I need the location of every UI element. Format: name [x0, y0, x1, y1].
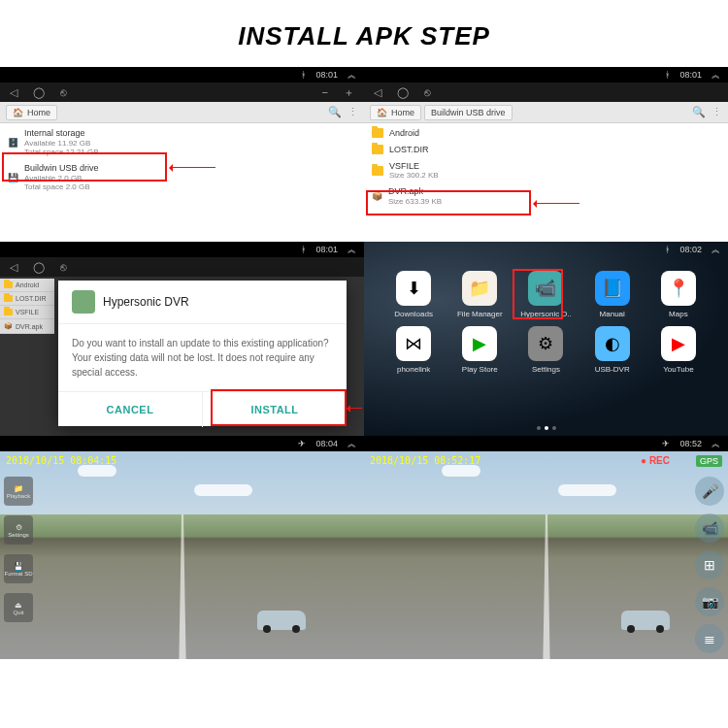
app-label: Hypersonic D.. — [520, 310, 571, 318]
panel-5-dvr-menu: ✈08:04︽ 2018/10/15 08:04:15 📁Playback ⚙S… — [0, 436, 364, 659]
app-icon — [72, 290, 95, 314]
time-text: 08:01 — [315, 70, 338, 80]
status-bar: ᚼ 08:01 ︽ — [0, 67, 364, 83]
nav-bar: ◁◯⎋ — [0, 257, 364, 277]
back-icon[interactable]: ◁ — [10, 261, 17, 274]
app-icon: 📁 — [462, 271, 497, 306]
chevron-up-icon: ︽ — [347, 69, 356, 82]
app-settings[interactable]: ⚙Settings — [515, 326, 576, 374]
crumb-home[interactable]: 🏠 Home — [370, 105, 421, 120]
install-dialog: Hypersonic DVR Do you want to install an… — [58, 281, 347, 426]
folder-icon — [372, 128, 383, 138]
bluetooth-icon: ᚼ — [665, 70, 670, 80]
search-icon[interactable]: 🔍 — [692, 106, 706, 118]
playback-button[interactable]: 📁Playback — [4, 477, 33, 506]
recent-icon[interactable]: ⎋ — [60, 86, 67, 98]
settings-button[interactable]: ⚙Settings — [4, 515, 33, 545]
photo-button[interactable]: 📷 — [695, 587, 724, 616]
app-label: Downloads — [394, 310, 433, 318]
back-icon[interactable]: ◁ — [374, 86, 381, 99]
storage-icon: 🗄️ — [8, 138, 18, 148]
quit-button[interactable]: ⏏Quit — [4, 593, 33, 622]
app-label: Maps — [669, 310, 688, 318]
app-file-manager[interactable]: 📁File Manager — [449, 271, 510, 318]
folder-icon — [372, 166, 383, 176]
list-button[interactable]: ≣ — [695, 624, 724, 653]
timestamp: 2018/10/15 08:04:15 — [6, 455, 116, 466]
home-icon[interactable]: ◯ — [397, 86, 409, 99]
app-downloads[interactable]: ⬇Downloads — [383, 271, 444, 318]
app-label: USB-DVR — [595, 365, 630, 374]
app-icon: ⋈ — [396, 326, 431, 361]
nav-bar: ◁ ◯ ⎋ − ＋ — [0, 83, 364, 102]
app-icon: ⬇ — [396, 271, 431, 306]
row-internal-storage[interactable]: 🗄️ Internal storageAvailable 11.92 GBTot… — [0, 125, 364, 160]
app-youtube[interactable]: ▶YouTube — [648, 326, 709, 374]
page-title: INSTALL APK STEP — [0, 0, 728, 67]
home-icon[interactable]: ◯ — [33, 86, 45, 99]
status-bar: ᚼ 08:01︽ — [364, 67, 728, 83]
app-usb-dvr[interactable]: ◐USB-DVR — [582, 326, 643, 374]
vol-up-icon[interactable]: ＋ — [344, 85, 354, 100]
dvr-side-menu: 📁Playback ⚙Settings 💾Format SD ⏏Quit — [4, 477, 33, 622]
recent-icon[interactable]: ⎋ — [424, 86, 431, 98]
crumb-home[interactable]: 🏠 Home — [6, 105, 57, 120]
status-bar: ✈08:04︽ — [0, 436, 364, 451]
bluetooth-icon: ᚼ — [301, 70, 306, 80]
timestamp: 2018/10/15 08:52:17 — [370, 455, 480, 466]
rec-indicator: ● REC — [641, 455, 670, 466]
app-label: File Manager — [457, 310, 503, 318]
app-phonelink[interactable]: ⋈phonelink — [383, 326, 444, 374]
app-label: phonelink — [397, 365, 430, 374]
install-button[interactable]: INSTALL — [203, 392, 347, 427]
back-icon[interactable]: ◁ — [10, 86, 17, 99]
folder-icon — [372, 145, 383, 154]
status-bar: ✈08:52︽ — [364, 436, 728, 451]
grid-button[interactable]: ⊞ — [695, 550, 724, 579]
mic-button[interactable]: 🎤 — [695, 477, 724, 506]
apk-icon: 📦 — [372, 191, 382, 201]
panel-6-dvr-recording: ✈08:52︽ 2018/10/15 08:52:17 GPS ● REC 🎤 … — [364, 436, 728, 659]
app-icon: 📘 — [595, 271, 630, 306]
cancel-button[interactable]: CANCEL — [58, 392, 202, 427]
breadcrumb: 🏠 Home Buildwin USB drive 🔍⋮ — [364, 102, 728, 123]
row-dvr-apk[interactable]: 📦DVR.apkSize 633.39 KB — [364, 183, 728, 209]
menu-icon[interactable]: ⋮ — [347, 106, 358, 118]
app-manual[interactable]: 📘Manual — [582, 271, 643, 318]
arrow — [171, 167, 215, 168]
page-indicator — [537, 426, 556, 430]
app-label: Play Store — [462, 365, 498, 374]
dialog-title: Hypersonic DVR — [103, 295, 189, 309]
nav-bar: ◁ ◯ ⎋ — [364, 83, 728, 102]
screenshot-grid: ᚼ 08:01 ︽ ◁ ◯ ⎋ − ＋ 🏠 Home 🔍⋮ 🗄️ Interna… — [0, 67, 728, 659]
row-lostdir[interactable]: LOST.DIR — [364, 142, 728, 158]
app-icon: ⚙ — [528, 326, 563, 361]
row-android[interactable]: Android — [364, 125, 728, 142]
app-label: Manual — [600, 310, 625, 318]
app-play-store[interactable]: ▶Play Store — [449, 326, 510, 374]
panel-3-install-dialog: ᚼ08:01︽ ◁◯⎋ Android LOST.DIR VSFILE 📦DVR… — [0, 242, 364, 436]
menu-icon[interactable]: ⋮ — [711, 106, 722, 118]
panel-2-file-usb: ᚼ 08:01︽ ◁ ◯ ⎋ 🏠 Home Buildwin USB drive… — [364, 67, 728, 242]
app-hypersonic-d-[interactable]: 📹Hypersonic D.. — [515, 271, 576, 318]
chevron-up-icon: ︽ — [711, 69, 720, 82]
row-vsfile[interactable]: VSFILESize 300.2 KB — [364, 158, 728, 183]
search-icon[interactable]: 🔍 — [328, 106, 342, 118]
format-button[interactable]: 💾Format SD — [4, 554, 33, 583]
record-button[interactable]: 📹 — [695, 513, 724, 543]
vol-down-icon[interactable]: − — [322, 86, 328, 98]
app-label: Settings — [532, 365, 560, 374]
row-usb-drive[interactable]: 💾 Buildwin USB driveAvailable 2.0 GBTota… — [0, 160, 364, 195]
crumb-usb[interactable]: Buildwin USB drive — [424, 105, 513, 120]
arrow — [348, 408, 362, 409]
panel-1-file-home: ᚼ 08:01 ︽ ◁ ◯ ⎋ − ＋ 🏠 Home 🔍⋮ 🗄️ Interna… — [0, 67, 364, 242]
background-file-list: Android LOST.DIR VSFILE 📦DVR.apk — [0, 279, 54, 334]
app-label: YouTube — [663, 365, 693, 374]
app-icon: ▶ — [462, 326, 497, 361]
panel-4-launcher: ᚼ08:02︽ ⬇Downloads📁File Manager📹Hyperson… — [364, 242, 728, 436]
gps-badge: GPS — [696, 455, 722, 467]
app-maps[interactable]: 📍Maps — [648, 271, 709, 318]
dialog-body: Do you want to install an update to this… — [58, 324, 347, 391]
status-bar: ᚼ08:02︽ — [364, 242, 728, 257]
app-icon: ▶ — [661, 326, 696, 361]
